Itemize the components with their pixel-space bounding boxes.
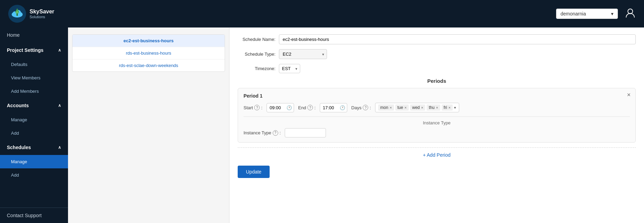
sidebar-schedules-add-label: Add — [11, 172, 19, 178]
sidebar-view-members-label: View Members — [11, 75, 41, 80]
day-tag-fri: fri × — [442, 104, 453, 111]
sidebar-add-members-label: Add Members — [11, 89, 39, 94]
svg-point-4 — [19, 12, 22, 16]
start-help-icon[interactable]: ? — [254, 105, 260, 110]
skysaver-logo-icon — [8, 5, 26, 23]
update-button[interactable]: Update — [238, 166, 270, 178]
sidebar-spacer — [0, 182, 68, 208]
day-tag-wed-label: wed — [412, 105, 420, 110]
schedule-list-item-2[interactable]: rds-est-sclae-down-weekends — [72, 59, 225, 71]
period-1-close-button[interactable]: × — [627, 92, 631, 98]
day-tag-tue-close[interactable]: × — [405, 105, 407, 110]
sidebar-bottom: Contact Support — [0, 208, 68, 223]
sidebar-sub-item-accounts-add[interactable]: Add — [0, 126, 68, 140]
sidebar-sub-item-schedules-add[interactable]: Add — [0, 168, 68, 182]
timezone-select-wrapper: EST CST MST PST UTC — [279, 64, 300, 73]
sidebar-item-contact-support[interactable]: Contact Support — [0, 208, 68, 223]
sidebar-sub-item-view-members[interactable]: View Members — [0, 71, 68, 85]
sidebar-defaults-label: Defaults — [11, 62, 27, 67]
day-tag-mon-close[interactable]: × — [389, 105, 392, 110]
instance-type-section: Instance Type Instance Type ?: — [244, 116, 630, 137]
chevron-down-icon: ▾ — [611, 11, 613, 16]
sidebar-item-home[interactable]: Home — [0, 27, 68, 43]
end-help-icon[interactable]: ? — [307, 105, 313, 110]
add-period-button[interactable]: + Add Period — [423, 152, 451, 158]
sidebar-sub-item-schedules-manage[interactable]: Manage — [0, 155, 68, 168]
instance-type-header: Instance Type — [244, 120, 630, 125]
sidebar-sub-item-accounts-manage[interactable]: Manage — [0, 113, 68, 126]
timezone-label: Timezone: — [238, 66, 275, 71]
day-tag-thu-label: thu — [429, 105, 434, 110]
schedule-item-label-0: ec2-est-business-hours — [124, 38, 174, 43]
day-tag-wed-close[interactable]: × — [421, 105, 423, 110]
days-help-icon[interactable]: ? — [363, 105, 368, 110]
schedule-list-item-0[interactable]: ec2-est-business-hours — [72, 35, 225, 47]
schedule-item-label-2: rds-est-sclae-down-weekends — [119, 63, 178, 68]
schedule-type-select[interactable]: EC2 RDS — [279, 49, 327, 59]
sidebar-schedules-manage-label: Manage — [11, 159, 27, 164]
day-tag-fri-close[interactable]: × — [449, 105, 451, 110]
period-1-time-row: Start ?: 🕐 End ?: 🕐 — [244, 103, 630, 112]
period-1-card: Period 1 × Start ?: 🕐 End — [238, 88, 636, 143]
instance-type-field-label: Instance Type ?: — [244, 130, 281, 136]
user-icon-button[interactable] — [625, 7, 636, 21]
sidebar-item-project-settings[interactable]: Project Settings ∧ — [0, 43, 68, 58]
schedule-type-row: Schedule Type: EC2 RDS — [238, 49, 636, 59]
sidebar-sub-item-defaults[interactable]: Defaults — [0, 58, 68, 71]
schedule-name-label: Schedule Name: — [238, 37, 275, 42]
day-tag-mon-label: mon — [380, 105, 388, 110]
instance-type-input[interactable] — [285, 128, 326, 137]
logo-area: SkySaver Solutions — [8, 5, 54, 23]
start-time-wrapper: 🕐 — [267, 103, 294, 112]
day-tag-mon: mon × — [378, 104, 394, 111]
period-1-header: Period 1 — [244, 93, 630, 99]
sidebar-item-accounts[interactable]: Accounts ∧ — [0, 98, 68, 113]
sidebar-schedules-label: Schedules — [7, 145, 31, 150]
project-settings-collapse-icon: ∧ — [58, 48, 61, 53]
day-tag-tue: tue × — [395, 104, 409, 111]
instance-type-label-text: Instance Type — [244, 130, 271, 135]
instance-type-row: Instance Type ?: — [244, 128, 630, 137]
end-label-text: End — [298, 105, 306, 110]
end-time-wrapper: 🕐 — [320, 103, 347, 112]
schedule-item-label-1: rds-est-business-hours — [126, 51, 171, 56]
schedule-list-scroll[interactable]: ec2-est-business-hours rds-est-business-… — [72, 35, 225, 71]
sidebar-sub-item-add-members[interactable]: Add Members — [0, 85, 68, 98]
schedule-list-item-1[interactable]: rds-est-business-hours — [72, 47, 225, 59]
schedules-collapse-icon: ∧ — [58, 145, 61, 150]
days-label-text: Days — [351, 105, 362, 110]
day-tag-wed: wed × — [410, 104, 425, 111]
sidebar-contact-support-label: Contact Support — [7, 213, 42, 218]
sidebar: Home Project Settings ∧ Defaults View Me… — [0, 27, 68, 223]
day-tag-fri-label: fri — [444, 105, 447, 110]
start-field-label: Start ?: — [244, 105, 262, 110]
periods-title: Periods — [238, 78, 636, 84]
day-tag-thu-close[interactable]: × — [436, 105, 438, 110]
sidebar-accounts-manage-label: Manage — [11, 117, 27, 122]
end-time-input[interactable] — [320, 103, 347, 112]
main-layout: Home Project Settings ∧ Defaults View Me… — [0, 27, 644, 223]
top-header: SkySaver Solutions demonarnia ▾ — [0, 0, 644, 27]
schedule-type-label: Schedule Type: — [238, 52, 275, 57]
schedule-name-input[interactable] — [279, 34, 636, 44]
instance-type-help-icon[interactable]: ? — [273, 130, 278, 136]
add-period-row[interactable]: + Add Period — [238, 147, 636, 162]
sidebar-accounts-add-label: Add — [11, 131, 19, 136]
schedule-detail-panel: Schedule Name: Schedule Type: EC2 RDS Ti… — [229, 27, 644, 223]
schedule-list-panel: ec2-est-business-hours rds-est-business-… — [68, 27, 229, 223]
start-time-input[interactable] — [267, 103, 294, 112]
days-dropdown-arrow-icon[interactable]: ▾ — [454, 105, 456, 110]
day-tag-thu: thu × — [427, 104, 440, 111]
schedule-type-select-wrapper: EC2 RDS — [279, 49, 327, 59]
timezone-select[interactable]: EST CST MST PST UTC — [279, 64, 300, 73]
account-dropdown[interactable]: demonarnia ▾ — [556, 9, 618, 19]
days-container[interactable]: mon × tue × wed × thu × — [375, 103, 459, 112]
timezone-row: Timezone: EST CST MST PST UTC — [238, 64, 636, 73]
svg-point-8 — [628, 9, 633, 14]
header-right: demonarnia ▾ — [556, 7, 636, 21]
sidebar-project-settings-label: Project Settings — [7, 47, 44, 53]
days-field-label: Days ?: — [351, 105, 371, 110]
sidebar-item-schedules[interactable]: Schedules ∧ — [0, 140, 68, 155]
accounts-collapse-icon: ∧ — [58, 103, 61, 108]
end-field-label: End ?: — [298, 105, 316, 110]
